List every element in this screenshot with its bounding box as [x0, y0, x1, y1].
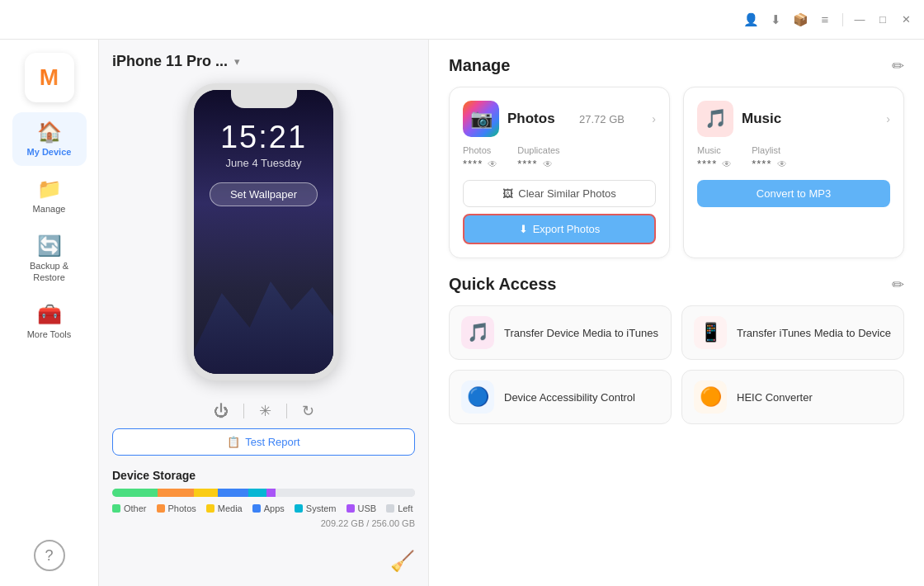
stat-playlist-value: **** 👁 [752, 158, 786, 170]
legend-label-system: System [306, 503, 337, 513]
test-report-label: Test Report [245, 436, 299, 448]
export-photos-button[interactable]: ⬇ Export Photos [463, 214, 656, 244]
storage-seg-other [112, 489, 158, 497]
storage-seg-apps [218, 489, 248, 497]
stat-duplicates-label: Duplicates [517, 145, 559, 155]
quick-item-transfer-to-device[interactable]: 📱 Transfer iTunes Media to Device [681, 305, 904, 360]
legend-media: Media [206, 503, 243, 513]
sidebar-label-more-tools: More Tools [27, 329, 72, 340]
music-card-title: Music [742, 111, 781, 127]
eye-icon-music[interactable]: 👁 [722, 158, 732, 170]
sidebar-item-backup-restore[interactable]: 🔄 Backup &Restore [12, 226, 87, 291]
set-wallpaper-button[interactable]: Set Wallpaper [210, 182, 318, 206]
legend-label-usb: USB [358, 503, 377, 513]
clear-similar-photos-button[interactable]: 🖼 Clear Similar Photos [463, 180, 656, 207]
test-report-button[interactable]: 📋 Test Report [112, 428, 415, 456]
music-card-stats: Music **** 👁 Playlist **** 👁 [697, 145, 890, 170]
stat-photos-value: **** 👁 [463, 158, 497, 170]
clear-similar-label: Clear Similar Photos [518, 187, 616, 200]
quick-item-heic[interactable]: 🟠 HEIC Converter [681, 370, 904, 424]
sidebar-item-more-tools[interactable]: 🧰 More Tools [12, 295, 87, 348]
home-icon: 🏠 [37, 121, 62, 144]
quick-access-edit-icon[interactable]: ✏ [892, 276, 904, 294]
maximize-button[interactable]: □ [874, 12, 891, 28]
phone-controls: ⏻ ✳ ↻ [112, 402, 415, 420]
legend-usb: USB [346, 503, 377, 513]
phone-notch [231, 90, 297, 108]
sidebar-label-backup: Backup &Restore [30, 261, 68, 282]
refresh-icon[interactable]: ↻ [302, 402, 314, 420]
legend-dot-usb [346, 504, 355, 513]
legend-dot-system [295, 504, 303, 513]
storage-seg-usb [266, 489, 276, 497]
convert-to-mp3-button[interactable]: Convert to MP3 [697, 180, 890, 207]
close-button[interactable]: ✕ [898, 12, 914, 28]
sidebar-label-manage: Manage [33, 204, 66, 215]
storage-seg-media [194, 489, 218, 497]
transfer-itunes-label: Transfer Device Media to iTunes [504, 327, 658, 339]
stat-playlist: Playlist **** 👁 [752, 145, 786, 170]
device-panel: iPhone 11 Pro ... ▾ 15:21 June 4 Tuesday… [99, 40, 429, 586]
help-icon: ? [45, 547, 53, 565]
phone-mockup: 15:21 June 4 Tuesday Set Wallpaper [187, 83, 340, 380]
photos-card-arrow[interactable]: › [652, 112, 656, 125]
legend-label-apps: Apps [264, 503, 285, 513]
legend-dot-apps [252, 504, 261, 513]
eye-icon-playlist[interactable]: 👁 [777, 158, 787, 170]
storage-seg-system [248, 489, 266, 497]
sidebar-item-manage[interactable]: 📁 Manage [12, 169, 87, 223]
quick-item-accessibility[interactable]: 🔵 Device Accessibility Control [449, 370, 672, 424]
download-icon[interactable]: ⬇ [766, 11, 785, 29]
brightness-icon[interactable]: ✳ [259, 402, 271, 420]
music-card-actions: Convert to MP3 [697, 180, 890, 207]
user-icon[interactable]: 👤 [742, 11, 760, 29]
manage-cards: 📷 Photos 27.72 GB › Photos **** 👁 [449, 87, 904, 258]
convert-to-mp3-label: Convert to MP3 [757, 187, 831, 200]
minimize-button[interactable]: — [851, 12, 868, 28]
sidebar-item-my-device[interactable]: 🏠 My Device [12, 112, 87, 166]
main-content: Manage ✏ 📷 Photos 27.72 GB › Photos [429, 40, 924, 586]
box-icon[interactable]: 📦 [791, 11, 809, 29]
music-card: 🎵 Music › Music **** 👁 Playlist [683, 87, 904, 258]
menu-icon[interactable]: ≡ [816, 11, 834, 29]
phone-time: 15:21 [220, 120, 307, 155]
storage-size: 209.22 GB / 256.00 GB [112, 518, 415, 528]
stat-duplicates-value: **** 👁 [517, 158, 559, 170]
manage-edit-icon[interactable]: ✏ [892, 57, 904, 75]
quick-item-transfer-to-itunes[interactable]: 🎵 Transfer Device Media to iTunes [449, 305, 672, 360]
legend-dot-left [386, 504, 394, 513]
stat-music: Music **** 👁 [697, 145, 732, 170]
photos-card-size: 27.72 GB [579, 113, 625, 125]
transfer-device-label: Transfer iTunes Media to Device [737, 327, 891, 339]
phone-date: June 4 Tuesday [226, 157, 302, 169]
stat-photos: Photos **** 👁 [463, 145, 497, 170]
legend-left: Left [386, 503, 412, 513]
eye-icon-duplicates[interactable]: 👁 [543, 158, 553, 170]
eye-icon-photos[interactable]: 👁 [488, 158, 497, 170]
music-card-icon: 🎵 [697, 101, 733, 137]
power-icon[interactable]: ⏻ [214, 403, 229, 420]
export-photos-label: Export Photos [533, 223, 601, 235]
help-button[interactable]: ? [34, 540, 65, 571]
legend-dot-photos [157, 504, 165, 513]
photos-card: 📷 Photos 27.72 GB › Photos **** 👁 [449, 87, 670, 258]
logo-letter: M [40, 64, 59, 91]
device-dropdown-arrow[interactable]: ▾ [234, 55, 240, 68]
heic-icon: 🟠 [694, 380, 727, 414]
stat-music-value: **** 👁 [697, 158, 732, 170]
app-logo: M [25, 53, 74, 102]
storage-seg-photos [158, 489, 194, 497]
legend-dot-other [112, 504, 120, 513]
phone-mockup-wrap: 15:21 June 4 Tuesday Set Wallpaper [112, 83, 415, 380]
legend-label-photos: Photos [168, 503, 196, 513]
broom-icon[interactable]: 🧹 [390, 550, 415, 573]
storage-bar [112, 489, 415, 497]
storage-seg-left [276, 489, 415, 497]
music-card-arrow[interactable]: › [886, 112, 890, 125]
titlebar: 👤 ⬇ 📦 ≡ — □ ✕ [0, 0, 924, 40]
photos-card-actions: 🖼 Clear Similar Photos ⬇ Export Photos [463, 180, 656, 244]
storage-section: Device Storage Other Photos [112, 469, 415, 528]
legend-label-other: Other [124, 503, 147, 513]
legend-dot-media [206, 504, 214, 513]
app-body: M 🏠 My Device 📁 Manage 🔄 Backup &Restore… [0, 40, 924, 586]
